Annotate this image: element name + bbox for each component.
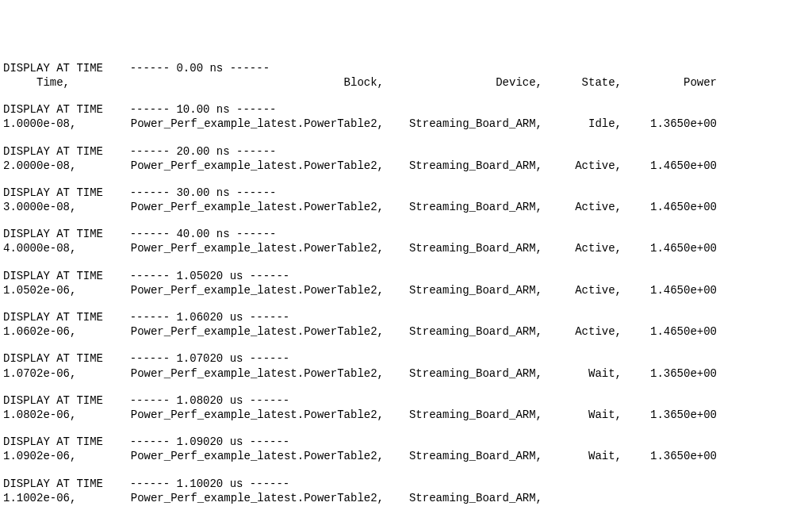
col-block: Power_Perf_example_latest.PowerTable2,	[106, 449, 384, 463]
col-power: 1.4650e+00	[622, 159, 717, 173]
log-entry: DISPLAY AT TIME ------ 1.06020 us ------…	[3, 310, 809, 339]
timestamp-header: ------ 1.08020 us ------	[103, 394, 289, 407]
display-prefix: DISPLAY AT TIME	[3, 62, 103, 75]
data-row: 1.1002e-06,Power_Perf_example_latest.Pow…	[3, 491, 809, 505]
log-output: DISPLAY AT TIME ------ 0.00 ns ------ Ti…	[3, 61, 809, 505]
timestamp-line: DISPLAY AT TIME ------ 1.06020 us ------	[3, 310, 809, 324]
data-row: 1.0802e-06,Power_Perf_example_latest.Pow…	[3, 408, 809, 422]
log-entry: DISPLAY AT TIME ------ 40.00 ns ------4.…	[3, 227, 809, 255]
col-device: Streaming_Board_ARM,	[384, 324, 542, 339]
col-state: Active,	[542, 200, 622, 214]
data-row: 1.0602e-06,Power_Perf_example_latest.Pow…	[3, 324, 809, 339]
display-prefix: DISPLAY AT TIME	[3, 228, 103, 240]
timestamp-header: ------ 1.09020 us ------	[103, 435, 289, 448]
col-device: Streaming_Board_ARM,	[384, 491, 542, 505]
timestamp-line: DISPLAY AT TIME ------ 40.00 ns ------	[3, 227, 809, 241]
timestamp-header: ------ 20.00 ns ------	[103, 145, 276, 158]
col-block: Power_Perf_example_latest.PowerTable2,	[106, 408, 384, 422]
timestamp-line: DISPLAY AT TIME ------ 1.05020 us ------	[3, 269, 809, 283]
col-block: Power_Perf_example_latest.PowerTable2,	[106, 324, 384, 339]
timestamp-header: ------ 30.00 ns ------	[103, 186, 276, 199]
timestamp-line: DISPLAY AT TIME ------ 0.00 ns ------	[3, 61, 809, 75]
col-time: 1.0702e-06,	[3, 366, 106, 381]
timestamp-header: ------ 1.05020 us ------	[103, 270, 289, 282]
col-power: 1.3650e+00	[622, 117, 717, 131]
data-row: 1.0502e-06,Power_Perf_example_latest.Pow…	[3, 283, 809, 297]
col-device: Streaming_Board_ARM,	[384, 283, 542, 297]
col-device: Streaming_Board_ARM,	[384, 159, 542, 173]
log-entry: DISPLAY AT TIME ------ 1.05020 us ------…	[3, 269, 809, 297]
display-prefix: DISPLAY AT TIME	[3, 394, 103, 407]
display-prefix: DISPLAY AT TIME	[3, 145, 103, 158]
timestamp-header: ------ 1.06020 us ------	[103, 311, 289, 324]
col-block: Power_Perf_example_latest.PowerTable2,	[106, 117, 384, 131]
col-state: Active,	[542, 283, 622, 297]
log-entry: DISPLAY AT TIME ------ 1.07020 us ------…	[3, 351, 809, 380]
col-power: 1.4650e+00	[622, 241, 717, 255]
timestamp-header: ------ 1.10020 us ------	[103, 477, 289, 490]
col-state: Wait,	[542, 366, 622, 381]
col-device: Streaming_Board_ARM,	[384, 241, 542, 255]
col-time: 1.0502e-06,	[3, 283, 106, 297]
col-block: Block,	[106, 75, 384, 90]
col-time: 1.0602e-06,	[3, 324, 106, 339]
timestamp-line: DISPLAY AT TIME ------ 1.07020 us ------	[3, 351, 809, 366]
timestamp-line: DISPLAY AT TIME ------ 1.08020 us ------	[3, 393, 809, 408]
col-block: Power_Perf_example_latest.PowerTable2,	[106, 241, 384, 255]
display-prefix: DISPLAY AT TIME	[3, 103, 103, 116]
log-entry: DISPLAY AT TIME ------ 30.00 ns ------3.…	[3, 186, 809, 214]
data-row: 1.0000e-08,Power_Perf_example_latest.Pow…	[3, 117, 809, 131]
col-state: Wait,	[542, 408, 622, 422]
col-state: Active,	[542, 324, 622, 339]
col-power: 1.3650e+00	[622, 408, 717, 422]
col-power: 1.4650e+00	[622, 283, 717, 297]
display-prefix: DISPLAY AT TIME	[3, 435, 103, 448]
timestamp-header: ------ 0.00 ns ------	[103, 62, 270, 75]
display-prefix: DISPLAY AT TIME	[3, 352, 103, 365]
col-state: State,	[542, 75, 622, 90]
col-device: Streaming_Board_ARM,	[384, 408, 542, 422]
log-entry: DISPLAY AT TIME ------ 1.09020 us ------…	[3, 435, 809, 463]
display-prefix: DISPLAY AT TIME	[3, 270, 103, 282]
data-row: 4.0000e-08,Power_Perf_example_latest.Pow…	[3, 241, 809, 255]
log-entry: DISPLAY AT TIME ------ 10.00 ns ------1.…	[3, 102, 809, 131]
col-block: Power_Perf_example_latest.PowerTable2,	[106, 159, 384, 173]
data-row: 1.0902e-06,Power_Perf_example_latest.Pow…	[3, 449, 809, 463]
log-entry: DISPLAY AT TIME ------ 1.08020 us ------…	[3, 393, 809, 422]
col-time: 3.0000e-08,	[3, 200, 106, 214]
timestamp-header: ------ 1.07020 us ------	[103, 352, 289, 365]
col-power: 1.3650e+00	[622, 449, 717, 463]
col-time: 1.1002e-06,	[3, 491, 106, 505]
col-block: Power_Perf_example_latest.PowerTable2,	[106, 366, 384, 381]
col-device: Streaming_Board_ARM,	[384, 366, 542, 381]
col-device: Streaming_Board_ARM,	[384, 449, 542, 463]
display-prefix: DISPLAY AT TIME	[3, 311, 103, 324]
col-block: Power_Perf_example_latest.PowerTable2,	[106, 200, 384, 214]
col-time: Time,	[3, 75, 106, 90]
timestamp-line: DISPLAY AT TIME ------ 20.00 ns ------	[3, 144, 809, 159]
col-state: Active,	[542, 159, 622, 173]
timestamp-line: DISPLAY AT TIME ------ 30.00 ns ------	[3, 186, 809, 200]
col-power: 1.4650e+00	[622, 200, 717, 214]
data-row: Time,Block,Device,State,Power	[3, 75, 809, 90]
log-entry: DISPLAY AT TIME ------ 20.00 ns ------2.…	[3, 144, 809, 173]
col-block: Power_Perf_example_latest.PowerTable2,	[106, 283, 384, 297]
col-time: 1.0902e-06,	[3, 449, 106, 463]
timestamp-header: ------ 40.00 ns ------	[103, 228, 276, 240]
col-power: 1.3650e+00	[622, 366, 717, 381]
col-state: Active,	[542, 241, 622, 255]
data-row: 3.0000e-08,Power_Perf_example_latest.Pow…	[3, 200, 809, 214]
col-device: Device,	[384, 75, 542, 90]
timestamp-line: DISPLAY AT TIME ------ 10.00 ns ------	[3, 102, 809, 117]
display-prefix: DISPLAY AT TIME	[3, 186, 103, 199]
log-entry: DISPLAY AT TIME ------ 1.10020 us ------…	[3, 477, 809, 505]
data-row: 1.0702e-06,Power_Perf_example_latest.Pow…	[3, 366, 809, 381]
display-prefix: DISPLAY AT TIME	[3, 477, 103, 490]
timestamp-header: ------ 10.00 ns ------	[103, 103, 276, 116]
col-device: Streaming_Board_ARM,	[384, 117, 542, 131]
timestamp-line: DISPLAY AT TIME ------ 1.09020 us ------	[3, 435, 809, 449]
col-state: Idle,	[542, 117, 622, 131]
data-row: 2.0000e-08,Power_Perf_example_latest.Pow…	[3, 159, 809, 173]
col-block: Power_Perf_example_latest.PowerTable2,	[106, 491, 384, 505]
col-time: 4.0000e-08,	[3, 241, 106, 255]
